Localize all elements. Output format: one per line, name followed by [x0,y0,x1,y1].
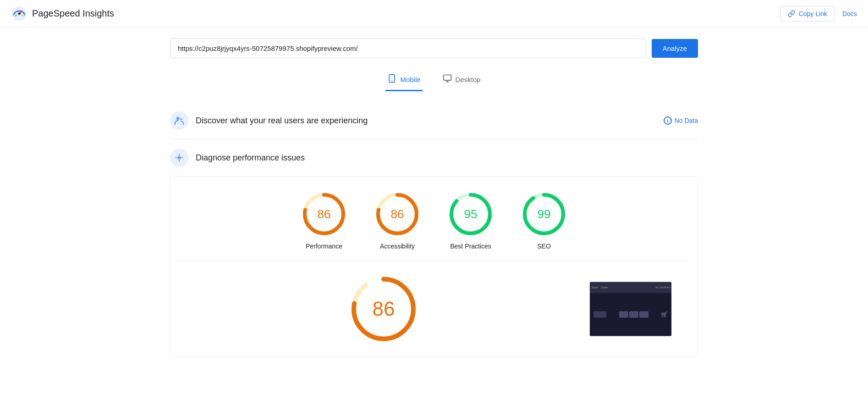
users-icon [174,116,184,126]
discover-icon-container [170,111,188,130]
score-card-seo[interactable]: 99 SEO [521,191,567,250]
discover-section: Discover what your real users are experi… [170,102,698,139]
bottom-detail-row: 86 Shell Gratis NL (EUR €) [178,261,690,346]
svg-point-7 [176,117,180,120]
diagnose-icon-container [170,149,188,167]
tab-mobile[interactable]: Mobile [385,69,422,91]
main-content: https://c2puz8jrjyqx4yrs-50725879975.sho… [159,39,709,366]
score-card-accessibility[interactable]: 86 Accessibility [374,191,420,250]
svg-point-1 [18,12,21,15]
mobile-icon [387,74,396,85]
tabs-section: Mobile Desktop [170,69,698,91]
info-icon: i [664,116,672,125]
svg-rect-4 [443,75,451,81]
screenshot-area: Shell Gratis NL (EUR €) [589,281,672,336]
large-performance-circle: 86 [347,272,420,346]
large-performance-score: 86 [373,298,395,320]
accessibility-circle: 86 [374,191,420,237]
performance-label: Performance [306,243,342,250]
tab-desktop-label: Desktop [456,76,481,83]
accessibility-score: 86 [391,207,404,221]
performance-score: 86 [318,207,331,221]
screenshot-toolbar: Shell Gratis NL (EUR €) [590,282,671,293]
diagnose-header: Diagnose performance issues [170,149,698,167]
logo-text: PageSpeed Insights [32,8,114,19]
score-cards: 86 Performance 86 Accessibility [178,191,690,250]
score-cards-container: 86 Performance 86 Accessibility [170,176,698,357]
pagespeed-logo-icon [11,6,27,22]
diagnose-icon [174,153,184,163]
logo-area: PageSpeed Insights [11,6,114,22]
desktop-icon [443,74,452,85]
diagnose-title: Diagnose performance issues [196,153,305,163]
accessibility-label: Accessibility [380,243,415,250]
header: PageSpeed Insights Copy Link Docs [0,0,868,28]
discover-left: Discover what your real users are experi… [170,111,368,130]
seo-label: SEO [537,243,551,250]
best-practices-label: Best Practices [450,243,491,250]
url-section: https://c2puz8jrjyqx4yrs-50725879975.sho… [170,39,698,58]
seo-score: 99 [538,207,551,221]
tab-mobile-label: Mobile [400,76,420,83]
score-card-best-practices[interactable]: 95 Best Practices [448,191,494,250]
copy-link-button[interactable]: Copy Link [780,6,835,22]
header-actions: Copy Link Docs [780,6,857,22]
no-data-label: No Data [675,117,698,124]
link-icon [788,10,795,17]
score-card-performance[interactable]: 86 Performance [301,191,347,250]
url-input[interactable]: https://c2puz8jrjyqx4yrs-50725879975.sho… [170,39,646,58]
seo-circle: 99 [521,191,567,237]
tab-desktop[interactable]: Desktop [441,69,483,91]
best-practices-score: 95 [464,207,478,221]
discover-title: Discover what your real users are experi… [196,116,368,126]
diagnose-section: Diagnose performance issues 86 Performan… [170,139,698,366]
best-practices-circle: 95 [448,191,494,237]
no-data-area[interactable]: i No Data [664,116,698,125]
docs-link[interactable]: Docs [842,10,857,17]
screenshot-thumbnail: Shell Gratis NL (EUR €) [589,281,672,336]
screenshot-body: 🛒 [590,293,671,336]
svg-point-11 [178,157,180,159]
svg-point-8 [180,118,183,121]
large-score-area: 86 [178,272,589,346]
analyze-button[interactable]: Analyze [652,39,698,58]
performance-circle: 86 [301,191,347,237]
